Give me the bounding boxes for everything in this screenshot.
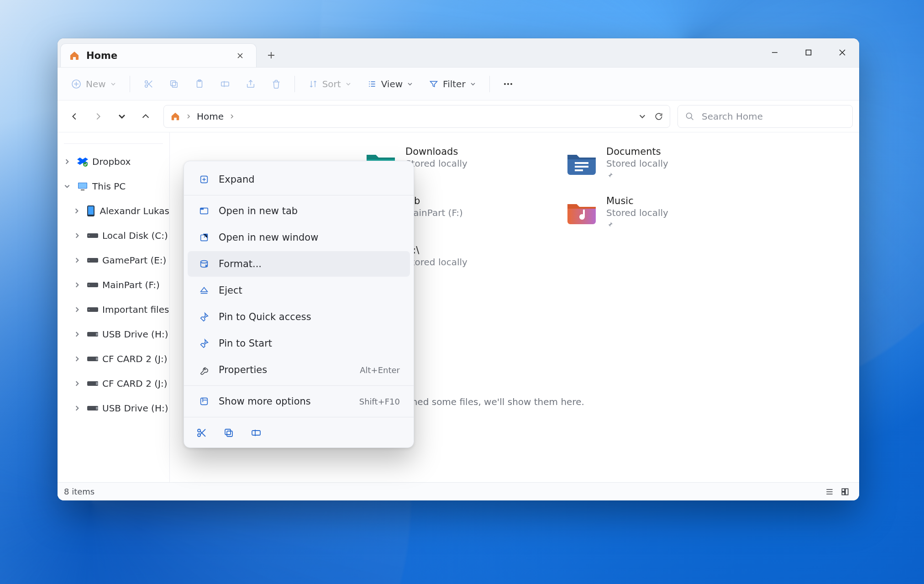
item-count: 8 items	[64, 487, 94, 496]
pin-icon	[405, 270, 467, 278]
chevron-right-icon[interactable]	[71, 306, 83, 313]
rename-icon[interactable]	[249, 426, 263, 440]
search-input[interactable]	[701, 110, 845, 122]
context-item[interactable]: PropertiesAlt+Enter	[188, 357, 410, 383]
minimize-button[interactable]	[758, 38, 792, 67]
copy-button[interactable]	[163, 74, 185, 94]
thumbnails-view-button[interactable]	[837, 485, 853, 498]
context-item-label: Expand	[219, 174, 255, 185]
svg-point-24	[89, 284, 90, 286]
chevron-right-icon[interactable]	[71, 331, 83, 337]
active-tab[interactable]: Home	[60, 43, 257, 67]
svg-rect-0	[806, 50, 811, 55]
folder-item[interactable]: MusicStored locally	[565, 195, 739, 228]
clipboard-icon	[194, 79, 205, 89]
drive-icon	[87, 279, 99, 291]
address-bar[interactable]: Home	[163, 105, 670, 128]
chevron-right-icon[interactable]	[71, 232, 83, 239]
scissors-icon	[143, 79, 153, 89]
search-box[interactable]	[677, 105, 853, 128]
sidebar-item[interactable]: CF CARD 2 (J:)	[58, 347, 169, 371]
chevron-right-icon[interactable]	[71, 208, 82, 214]
context-item[interactable]: Show more optionsShift+F10	[188, 389, 410, 414]
breadcrumb-root[interactable]: Home	[197, 111, 224, 122]
sidebar-item[interactable]: CF CARD 2 (J:)	[58, 371, 169, 396]
maximize-button[interactable]	[792, 38, 825, 67]
share-button[interactable]	[240, 74, 262, 94]
chevron-down-icon[interactable]	[61, 183, 73, 189]
file-explorer-window: Home New	[58, 38, 859, 500]
props-icon	[198, 363, 210, 376]
context-item[interactable]: Pin to Start	[188, 331, 410, 356]
svg-rect-8	[221, 82, 229, 86]
context-item[interactable]: Pin to Quick access	[188, 304, 410, 330]
svg-rect-32	[96, 382, 98, 385]
context-item[interactable]: Format...	[188, 251, 410, 277]
nav-row: Home	[58, 100, 859, 132]
usb-icon	[87, 353, 99, 365]
trash-icon	[271, 79, 281, 89]
chevron-right-icon[interactable]	[71, 380, 83, 387]
svg-rect-36	[575, 166, 588, 168]
view-button[interactable]: View	[361, 74, 419, 94]
home-icon	[170, 111, 180, 121]
delete-button[interactable]	[265, 74, 287, 94]
context-item[interactable]: Open in new window	[188, 225, 410, 250]
sidebar-item[interactable]: GamePart (E:)	[58, 248, 169, 273]
cut-icon[interactable]	[194, 426, 209, 440]
sidebar-item[interactable]: This PC	[58, 174, 169, 199]
drive-icon	[87, 254, 99, 266]
opentab-icon	[198, 205, 210, 217]
new-tab-button[interactable]	[259, 43, 283, 67]
sidebar-item[interactable]: Important files	[58, 297, 169, 322]
rename-button[interactable]	[214, 74, 236, 94]
folder-name: Documents	[606, 146, 668, 157]
chevron-right-icon[interactable]	[71, 405, 83, 411]
back-button[interactable]	[64, 106, 85, 127]
chevron-right-icon[interactable]	[71, 282, 83, 288]
chevron-right-icon[interactable]	[71, 257, 83, 263]
pin-icon	[405, 172, 467, 179]
sidebar-item[interactable]: Alexandr Lukas	[58, 199, 169, 223]
sidebar-item-label: GamePart (E:)	[102, 255, 166, 266]
svg-rect-28	[96, 333, 98, 336]
sidebar-item-label: CF CARD 2 (J:)	[102, 378, 167, 389]
refresh-button[interactable]	[654, 112, 663, 121]
cut-button[interactable]	[137, 74, 159, 94]
new-button[interactable]: New	[65, 74, 122, 94]
sidebar-item-label: CF CARD 2 (J:)	[102, 353, 167, 364]
tab-close-button[interactable]	[232, 48, 248, 63]
forward-button[interactable]	[88, 106, 109, 127]
share-icon	[246, 79, 256, 89]
context-item[interactable]: Open in new tab	[188, 198, 410, 224]
pinned-files-hint: you've pinned some files, we'll show the…	[364, 396, 843, 407]
drive-icon	[87, 230, 99, 242]
sidebar-item[interactable]: USB Drive (H:)	[58, 322, 169, 347]
address-dropdown-button[interactable]	[639, 113, 646, 120]
chevron-right-icon[interactable]	[61, 158, 73, 165]
sidebar-item[interactable]: Dropbox	[58, 149, 169, 174]
usb-icon	[87, 328, 99, 340]
sidebar-item[interactable]: MainPart (F:)	[58, 273, 169, 297]
folder-item[interactable]: DocumentsStored locally	[565, 146, 739, 179]
filter-button[interactable]: Filter	[423, 74, 482, 94]
sidebar: DropboxThis PCAlexandr LukasLocal Disk (…	[58, 132, 170, 482]
sidebar-item[interactable]: USB Drive (H:)	[58, 396, 169, 421]
sidebar-item[interactable]: Local Disk (C:)	[58, 223, 169, 248]
search-icon	[685, 112, 694, 121]
recent-locations-button[interactable]	[111, 106, 132, 127]
more-button[interactable]	[497, 74, 519, 94]
paste-button[interactable]	[189, 74, 210, 94]
copy-icon[interactable]	[221, 426, 236, 440]
details-view-button[interactable]	[822, 485, 837, 498]
svg-rect-43	[842, 492, 845, 495]
svg-point-20	[89, 235, 90, 237]
context-item[interactable]: Expand	[188, 167, 410, 192]
chevron-right-icon[interactable]	[71, 356, 83, 362]
up-button[interactable]	[135, 106, 156, 127]
folder-subtitle: Stored locally	[405, 257, 467, 268]
close-window-button[interactable]	[825, 38, 859, 67]
sort-button[interactable]: Sort	[302, 74, 357, 94]
filter-label: Filter	[443, 79, 466, 89]
context-item[interactable]: Eject	[188, 278, 410, 303]
